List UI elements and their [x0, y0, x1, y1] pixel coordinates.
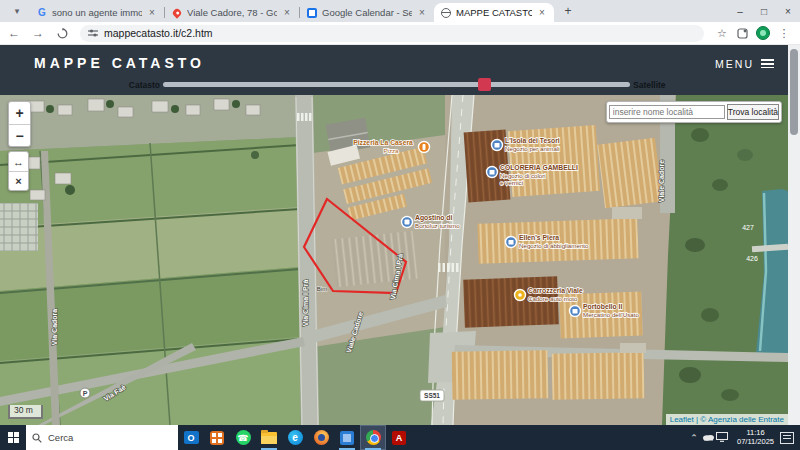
layer-slider-track[interactable] — [163, 82, 630, 87]
svg-text:Negozio di abbigliamento: Negozio di abbigliamento — [519, 242, 589, 249]
taskbar-search-placeholder: Cerca — [48, 432, 73, 443]
taskbar-app-whatsapp[interactable]: ☎ — [230, 425, 256, 450]
new-tab-button[interactable]: + — [560, 3, 576, 19]
bookmark-star-icon[interactable]: ☆ — [712, 27, 732, 40]
map-attribution[interactable]: Leaflet | © Agenzia delle Entrate — [666, 414, 788, 425]
locality-search-input[interactable] — [609, 105, 725, 119]
layer-slider-handle[interactable] — [478, 78, 491, 91]
menu-label: MENU — [715, 58, 754, 70]
tray-chevron-icon[interactable]: ⌃ — [687, 433, 701, 443]
svg-text:Viale Cadore: Viale Cadore — [658, 160, 665, 202]
extensions-icon[interactable] — [732, 28, 752, 39]
clock-date: 07/11/2025 — [737, 438, 774, 447]
menu-button[interactable]: MENU — [715, 57, 774, 71]
tab-search-icon[interactable]: ▾ — [8, 3, 26, 19]
slider-label-satellite: Satellite — [633, 80, 666, 90]
close-button[interactable]: × — [776, 0, 800, 22]
blue-app-icon — [340, 431, 354, 445]
svg-text:427: 427 — [742, 224, 754, 231]
screen: ▾ G sono un agente immobiliare, c × Vial… — [0, 0, 800, 450]
acrobat-icon: A — [392, 431, 406, 445]
site-title: MAPPE CATASTO — [34, 55, 205, 71]
search-icon — [32, 433, 42, 443]
office-grid-icon — [210, 431, 224, 445]
taskbar-app-file-explorer[interactable] — [256, 425, 282, 450]
find-locality-button[interactable]: Trova località — [727, 104, 779, 120]
back-button[interactable]: ← — [4, 24, 24, 42]
pan-close-button[interactable]: × — [9, 171, 28, 190]
svg-text:Portobello Il: Portobello Il — [583, 303, 622, 310]
svg-text:P: P — [83, 390, 88, 397]
taskbar-app-outlook[interactable]: O — [178, 425, 204, 450]
maps-pin-icon — [171, 7, 183, 19]
taskbar-app-edge[interactable]: e — [282, 425, 308, 450]
google-icon: G — [36, 7, 48, 19]
road-shield-ss51: SS51 — [420, 390, 444, 401]
svg-text:e vernici: e vernici — [500, 179, 523, 186]
svg-text:Via Cadora: Via Cadora — [51, 309, 58, 346]
svg-text:L'Isola dei Tesori: L'Isola dei Tesori — [505, 137, 560, 144]
action-center-icon[interactable] — [780, 432, 794, 444]
firefox-icon — [314, 430, 329, 445]
svg-text:426: 426 — [746, 255, 758, 262]
map-scale-bar: 30 m — [8, 405, 43, 419]
browser-menu-icon[interactable]: ⋮ — [774, 27, 794, 40]
site-header: MAPPE CATASTO MENU Catasto Satellite — [0, 45, 788, 95]
map-zoom-control: + − — [8, 101, 31, 147]
profile-avatar[interactable] — [756, 26, 770, 40]
svg-text:Bortoluz turismo: Bortoluz turismo — [415, 222, 460, 229]
taskbar-app-firefox[interactable] — [308, 425, 334, 450]
tune-icon — [88, 28, 98, 38]
taskbar-clock[interactable]: 11:16 07/11/2025 — [737, 429, 774, 446]
zoom-out-button[interactable]: − — [9, 124, 30, 146]
svg-text:Cadore auto moto: Cadore auto moto — [528, 295, 578, 302]
pan-arrows-button[interactable]: ↔ — [9, 152, 28, 171]
reload-button[interactable] — [52, 24, 72, 42]
scrollbar-thumb[interactable] — [790, 49, 798, 135]
maximize-button[interactable]: □ — [752, 0, 776, 22]
address-bar[interactable]: mappecatasto.it/c2.htm — [80, 25, 704, 42]
layer-slider-row: Catasto Satellite — [0, 77, 788, 95]
taskbar-app-acrobat[interactable]: A — [386, 425, 412, 450]
file-explorer-icon — [261, 432, 277, 444]
map-pan-control: ↔ × — [8, 151, 29, 191]
window-controls: – □ × — [728, 0, 800, 22]
svg-text:Negozio per animali: Negozio per animali — [505, 145, 560, 152]
tab-mappe-catasto-active[interactable]: MAPPE CATASTO × — [434, 3, 554, 22]
tab-close-icon[interactable]: × — [416, 7, 428, 18]
map-canvas[interactable]: Via Cadora Via Cima I Prà Via Cima I Prà… — [0, 95, 788, 425]
svg-text:Pizzeria La Casera: Pizzeria La Casera — [353, 139, 413, 146]
hamburger-icon — [761, 57, 774, 71]
svg-text:Bim: Bim — [317, 286, 327, 292]
reload-icon — [57, 28, 68, 39]
tab-strip: ▾ G sono un agente immobiliare, c × Vial… — [0, 0, 800, 22]
globe-icon — [440, 7, 452, 19]
taskbar-app-blue[interactable] — [334, 425, 360, 450]
network-display-icon[interactable] — [715, 432, 729, 444]
windows-taskbar: Cerca O ☎ e A ⌃ 11:16 07/11/2025 — [0, 425, 800, 450]
forward-button[interactable]: → — [28, 24, 48, 42]
svg-text:Ellen's Piera: Ellen's Piera — [519, 234, 559, 241]
tab-close-icon[interactable]: × — [146, 7, 158, 18]
taskbar-search-box[interactable]: Cerca — [26, 425, 178, 450]
svg-text:Carrozzeria Viale: Carrozzeria Viale — [528, 287, 583, 294]
system-tray: ⌃ 11:16 07/11/2025 — [687, 425, 800, 450]
tab-google-maps[interactable]: Viale Cadore, 78 - Google Map × — [165, 3, 299, 22]
start-button[interactable] — [0, 425, 26, 450]
minimize-button[interactable]: – — [728, 0, 752, 22]
svg-text:COLORERIA GAMBELLI: COLORERIA GAMBELLI — [500, 164, 578, 171]
tab-close-icon[interactable]: × — [281, 7, 293, 18]
svg-text:Pizza: Pizza — [383, 147, 399, 154]
svg-text:Mercatino dell'Usato: Mercatino dell'Usato — [583, 311, 639, 318]
onedrive-cloud-icon[interactable] — [701, 432, 715, 443]
chrome-icon — [366, 430, 381, 445]
tab-google-search[interactable]: G sono un agente immobiliare, c × — [30, 3, 164, 22]
page-scrollbar[interactable] — [788, 45, 800, 425]
zoom-in-button[interactable]: + — [9, 102, 30, 124]
tab-title: Viale Cadore, 78 - Google Map — [187, 7, 277, 18]
taskbar-app-office[interactable] — [204, 425, 230, 450]
outlook-icon: O — [184, 431, 199, 444]
tab-close-icon[interactable]: × — [536, 7, 548, 18]
taskbar-app-chrome-active[interactable] — [360, 425, 386, 450]
tab-google-calendar[interactable]: Google Calendar - Settimana d × — [300, 3, 434, 22]
